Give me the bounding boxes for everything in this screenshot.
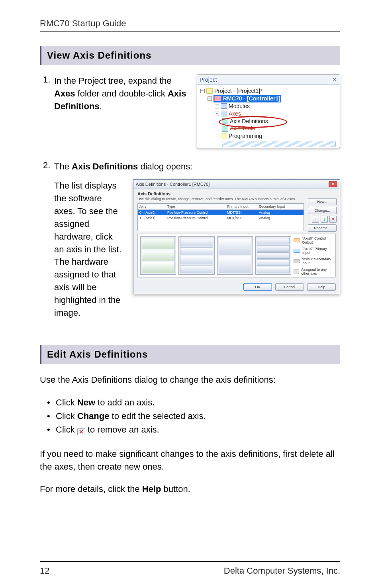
tree-modules[interactable]: Modules: [229, 102, 250, 110]
bullet-new: Click New to add an axis.: [56, 396, 340, 409]
tree-axes[interactable]: Axes: [229, 110, 241, 118]
tree-controller-selected[interactable]: RMC70 - [Controller1]: [214, 95, 281, 102]
tree-axis-tools[interactable]: Axis Tools: [230, 125, 255, 132]
axisdef-icon: [222, 118, 228, 124]
tree-body: −Project - [Project1]* −RMC70 - [Control…: [197, 85, 340, 148]
dialog-button-column: New... Change... ↑ ↓ ✕ Rename...: [308, 198, 337, 232]
legend: "Axis0" Control Output "Axis0" Primary I…: [294, 236, 333, 275]
folder-icon: [221, 103, 227, 109]
module-block: [140, 236, 176, 275]
footer-company: Delta Computer Systems, Inc.: [224, 566, 340, 576]
expand-icon[interactable]: +: [215, 134, 219, 138]
module-block: [217, 236, 253, 275]
close-icon[interactable]: ×: [333, 76, 337, 83]
tree-panel: Project × −Project - [Project1]* −RMC70 …: [197, 75, 340, 148]
step-2-text: The list displays the software axes. To …: [54, 179, 123, 319]
project-icon: [206, 88, 213, 94]
module-block: [178, 236, 214, 275]
legend-swatch: [294, 238, 300, 242]
expand-icon[interactable]: +: [215, 104, 219, 108]
new-button[interactable]: New...: [308, 198, 337, 205]
delete-x-icon: ✕: [77, 428, 85, 435]
legend-swatch: [294, 269, 299, 273]
step-number: 2.: [43, 160, 50, 171]
edit-note: If you need to make significant changes …: [40, 448, 340, 473]
ok-button[interactable]: OK: [243, 283, 272, 291]
dialog-subheader: Axis Definitions: [133, 189, 340, 197]
step-1: 1. In the Project tree, expand the Axes …: [54, 75, 340, 148]
top-rule: [40, 31, 340, 31]
rename-button[interactable]: Rename...: [308, 224, 337, 232]
cancel-button[interactable]: Cancel: [275, 283, 304, 291]
hardware-preview: "Axis0" Control Output "Axis0" Primary I…: [137, 234, 336, 277]
close-icon[interactable]: ✕: [329, 181, 337, 187]
tree-header-title: Project: [200, 77, 217, 83]
running-header: RMC70 Startup Guide: [40, 18, 340, 29]
step-1-text: In the Project tree, expand the Axes fol…: [54, 75, 187, 113]
folder-icon: [221, 134, 227, 139]
bottom-rule: [40, 561, 340, 562]
page-number: 12: [40, 566, 49, 576]
bullet-change: Click Change to edit the selected axis.: [56, 409, 340, 423]
dialog: Axis Definitions - Controller1 [RMC70] ✕…: [133, 179, 340, 294]
help-button[interactable]: Help: [307, 283, 336, 291]
steps-list: 1. In the Project tree, expand the Axes …: [43, 75, 340, 319]
collapse-icon[interactable]: −: [200, 89, 205, 93]
axistools-icon: [222, 126, 228, 132]
dialog-bottom-buttons: OK Cancel Help: [133, 280, 340, 294]
legend-swatch: [294, 249, 300, 253]
collapse-icon[interactable]: −: [208, 96, 212, 101]
list-row-selected[interactable]: 0 - [Axis0] Position-Pressure Control MD…: [138, 210, 304, 215]
bullet-remove: Click ✕ to remove an axis.: [56, 423, 340, 437]
page-footer: 12 Delta Computer Systems, Inc.: [40, 566, 340, 576]
folder-icon: [221, 111, 227, 116]
tree-root[interactable]: Project - [Project1]*: [214, 87, 262, 95]
controller-icon: [214, 96, 221, 101]
section-heading-edit: Edit Axis Definitions: [40, 345, 340, 364]
list-row[interactable]: 1 - [Axis1] Position-Pressure Control MD…: [138, 215, 304, 221]
tree-axis-definitions[interactable]: Axis Definitions: [230, 118, 268, 125]
step-number: 1.: [43, 75, 50, 85]
edit-bullets: Click New to add an axis. Click Change t…: [40, 396, 340, 437]
tree-header: Project ×: [197, 75, 340, 85]
dialog-titlebar: Axis Definitions - Controller1 [RMC70] ✕: [133, 180, 340, 189]
edit-intro: Use the Axis Definitions dialog to chang…: [40, 374, 340, 386]
change-button[interactable]: Change...: [308, 207, 337, 214]
legend-swatch: [294, 259, 300, 263]
edit-help-note: For more details, click the Help button.: [40, 483, 340, 496]
axis-list[interactable]: Axis Type Primary Input Secondary Input …: [137, 203, 304, 231]
axis-definitions-dialog: Axis Definitions - Controller1 [RMC70] ✕…: [133, 179, 340, 294]
module-block: [255, 236, 291, 275]
list-header: Axis Type Primary Input Secondary Input: [138, 204, 304, 210]
move-down-button[interactable]: ↓: [321, 216, 328, 223]
tree-programming[interactable]: Programming: [229, 132, 262, 140]
torn-edge-decoration: [222, 141, 336, 147]
move-up-button[interactable]: ↑: [312, 216, 319, 223]
step-2: 2. The Axis Definitions dialog opens: Th…: [54, 160, 340, 319]
dialog-title: Axis Definitions - Controller1 [RMC70]: [136, 182, 210, 187]
delete-button[interactable]: ✕: [329, 216, 337, 223]
section-heading-view: View Axis Definitions: [40, 46, 340, 65]
collapse-icon[interactable]: −: [215, 112, 219, 116]
page: RMC70 Startup Guide View Axis Definition…: [0, 0, 380, 588]
project-tree-screenshot: Project × −Project - [Project1]* −RMC70 …: [197, 75, 340, 148]
